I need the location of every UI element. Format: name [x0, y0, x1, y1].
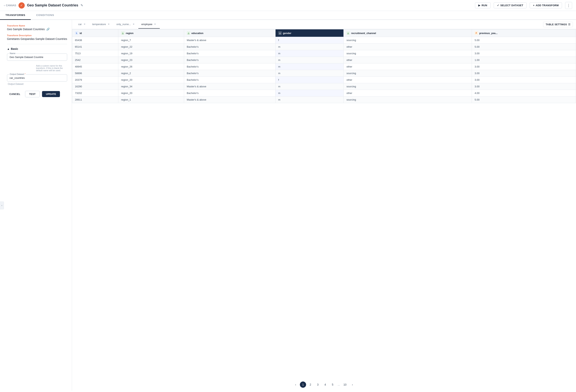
basic-section-header[interactable]: ▲ Basic	[7, 47, 67, 50]
table-settings-button[interactable]: TABLE SETTINGS ☷	[543, 22, 573, 27]
dataset-tab-temperature[interactable]: temperature ✕	[89, 20, 113, 28]
pagination-page-5[interactable]: 5	[329, 382, 336, 388]
cell-region: region_1	[118, 96, 184, 103]
header-left: ‹ CANVAS ✓ Geo Sample Dataset Countries …	[4, 2, 475, 9]
cell-previous-year: 3.00	[472, 63, 576, 70]
table-row: 65438 region_7 Master's & above f sourci…	[72, 37, 576, 44]
dataset-tabs: car ✕ temperature ✕ only_nume... ✕ emplo…	[72, 20, 576, 29]
cell-education: Bachelor's	[184, 77, 275, 83]
add-transform-button[interactable]: + ADD TRANSFORM	[530, 2, 562, 8]
table-settings-label: TABLE SETTINGS	[546, 23, 567, 26]
cell-recruitment-channel: sourcing	[344, 83, 472, 90]
more-options-button[interactable]: ⋮	[565, 2, 572, 9]
chevron-up-icon: ▲	[7, 47, 10, 50]
cell-gender: m	[275, 70, 344, 77]
table-row: 16290 region_34 Master's & above m sourc…	[72, 83, 576, 90]
cell-education: Master's & above	[184, 37, 275, 44]
close-car-tab[interactable]: ✕	[83, 23, 86, 26]
cell-recruitment-channel: sourcing	[344, 70, 472, 77]
transform-name-label: Transform Name	[7, 25, 67, 27]
cell-id: 58896	[72, 70, 118, 77]
cell-id: 48945	[72, 63, 118, 70]
cell-recruitment-channel: sourcing	[344, 50, 472, 57]
output-dataset-helper: Output Dataset	[8, 83, 67, 85]
transform-name-value: Geo Sample Dataset Countries 🔗	[7, 28, 67, 31]
cell-gender: m	[275, 83, 344, 90]
table-row: 65141 region_22 Bachelor's m other 5.00	[72, 44, 576, 50]
check-icon: ✓	[497, 4, 499, 7]
cell-education: Bachelor's	[184, 50, 275, 57]
pagination-next[interactable]: ›	[349, 382, 355, 388]
left-panel: ‹ Transform Name Geo Sample Dataset Coun…	[0, 20, 72, 391]
cell-education: Master's & above	[184, 83, 275, 90]
pagination-ellipsis: ...	[337, 383, 341, 386]
update-button[interactable]: UPDATE	[42, 91, 60, 97]
select-dataset-button[interactable]: ✓ SELECT DATASET	[494, 2, 527, 8]
table-row: 7513 region_19 Bachelor's m sourcing 3.0…	[72, 50, 576, 57]
pagination: ‹ 1 2 3 4 5 ... 10 ›	[72, 378, 576, 391]
main-tabs: TRANSFORMS CONDITIONS	[0, 11, 576, 20]
col-type-education: △	[187, 31, 190, 35]
dataset-tab-car[interactable]: car ✕	[75, 20, 89, 28]
transform-description-value: Genetares Geopandas Sample Dataset Count…	[7, 37, 67, 40]
test-button[interactable]: TEST	[25, 91, 40, 97]
name-input[interactable]	[7, 54, 67, 60]
run-button[interactable]: ▶ RUN	[475, 2, 490, 8]
col-type-recruitment-channel: △	[346, 31, 350, 35]
output-dataset-input[interactable]	[7, 75, 67, 81]
close-employee-tab[interactable]: ✕	[153, 23, 157, 26]
tab-conditions[interactable]: CONDITIONS	[31, 11, 59, 20]
cell-previous-year: 3.00	[472, 77, 576, 83]
link-icon[interactable]: 🔗	[46, 28, 50, 31]
cell-education: Bachelor's	[184, 63, 275, 70]
col-header-region[interactable]: △ region	[118, 29, 184, 37]
close-only-nume-tab[interactable]: ✕	[132, 23, 135, 26]
cell-gender: m	[275, 57, 344, 63]
col-type-previous-year: F	[475, 31, 478, 35]
col-type-id: L	[75, 31, 78, 35]
col-type-gender: △	[278, 31, 282, 35]
canvas-link[interactable]: ‹ CANVAS	[4, 4, 16, 7]
pagination-page-2[interactable]: 2	[307, 382, 314, 388]
col-header-previous-year[interactable]: F previous_yea...	[472, 29, 576, 37]
col-header-id[interactable]: L id	[72, 29, 118, 37]
cell-region: region_22	[118, 44, 184, 50]
cell-recruitment-channel: sourcing	[344, 37, 472, 44]
dataset-tab-employee[interactable]: employee ✕	[138, 20, 160, 28]
output-dataset-form-group: Output Dataset Output Dataset	[7, 74, 67, 85]
cell-education: Bachelor's	[184, 44, 275, 50]
cell-recruitment-channel: other	[344, 77, 472, 83]
cell-education: Bachelor's	[184, 70, 275, 77]
cell-previous-year: 3.00	[472, 70, 576, 77]
cell-id: 7513	[72, 50, 118, 57]
cell-education: Master's & above	[184, 96, 275, 103]
cell-gender: f	[275, 77, 344, 83]
canvas-label: CANVAS	[6, 4, 16, 7]
page-title: Geo Sample Dataset Countries	[27, 3, 78, 7]
tab-transforms[interactable]: TRANSFORMS	[0, 11, 31, 20]
dataset-tab-only-nume[interactable]: only_nume... ✕	[113, 20, 138, 28]
col-header-education[interactable]: △ education	[184, 29, 275, 37]
name-helper-text: Add a custom name for this transform. If…	[36, 65, 67, 72]
collapse-button[interactable]: ‹	[0, 201, 4, 209]
col-header-recruitment-channel[interactable]: △ recruitment_channel	[344, 29, 472, 37]
pagination-page-3[interactable]: 3	[315, 382, 321, 388]
cell-recruitment-channel: sourcing	[344, 96, 472, 103]
pagination-page-10[interactable]: 10	[342, 382, 348, 388]
cancel-button[interactable]: CANCEL	[7, 91, 23, 97]
pagination-page-4[interactable]: 4	[322, 382, 328, 388]
output-dataset-input-wrapper: Output Dataset	[7, 74, 67, 82]
pagination-page-1[interactable]: 1	[300, 382, 306, 388]
cell-region: region_23	[118, 57, 184, 63]
cell-previous-year: 3.00	[472, 50, 576, 57]
cell-recruitment-channel: other	[344, 63, 472, 70]
table-row: 2542 region_23 Bachelor's m other 1.00	[72, 57, 576, 63]
col-header-gender[interactable]: △ gender	[275, 29, 344, 37]
pagination-prev[interactable]: ‹	[292, 382, 299, 388]
close-temperature-tab[interactable]: ✕	[107, 23, 110, 26]
edit-icon[interactable]: ✎	[81, 3, 83, 7]
data-table-wrapper: L id △ region △	[72, 29, 576, 378]
cell-previous-year: 3.00	[472, 83, 576, 90]
name-form-group: Name	[7, 54, 67, 61]
cell-region: region_20	[118, 90, 184, 96]
